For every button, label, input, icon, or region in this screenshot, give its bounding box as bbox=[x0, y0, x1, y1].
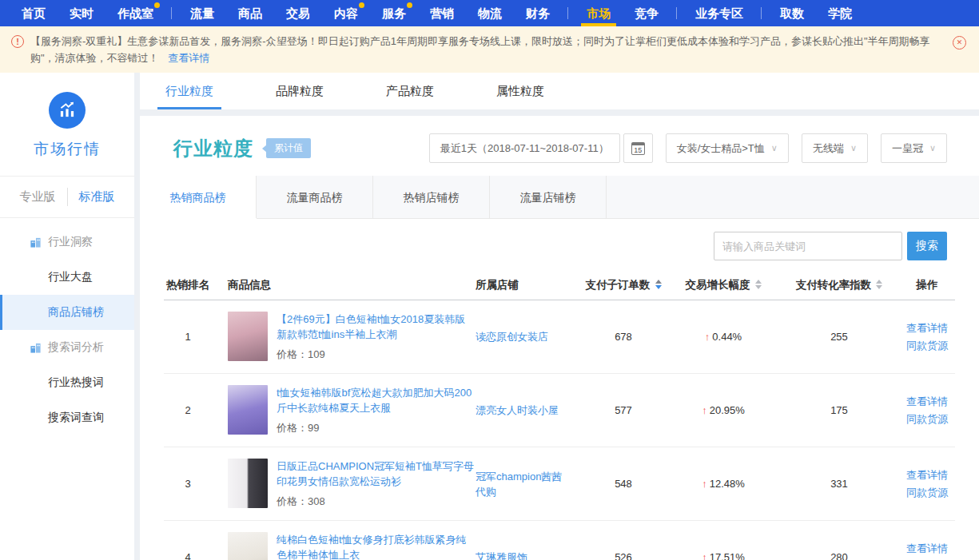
product-image[interactable] bbox=[228, 312, 268, 361]
same-source-link[interactable]: 同款货源 bbox=[899, 411, 955, 428]
version-tab-label: 专业版 bbox=[20, 189, 56, 203]
sidebar-item[interactable]: 搜索词分析 bbox=[0, 330, 134, 365]
topnav-item[interactable]: 流量 bbox=[178, 0, 226, 26]
rank-cell: 1 bbox=[164, 331, 212, 343]
sidebar-item[interactable]: 行业洞察 bbox=[0, 224, 134, 260]
category-dropdown[interactable]: 女装/女士精品>T恤 ∨ bbox=[666, 133, 789, 163]
topnav-item[interactable]: 内容 bbox=[322, 0, 370, 26]
view-detail-link[interactable]: 查看详情 bbox=[899, 393, 955, 411]
version-tab[interactable]: 标准版 bbox=[67, 188, 126, 206]
orders-cell: 548 bbox=[579, 478, 667, 490]
topnav-item[interactable]: 作战室 bbox=[105, 0, 165, 26]
granularity-tab[interactable]: 产品粒度 bbox=[386, 73, 434, 109]
product-cell: 日版正品CHAMPION冠军短袖T恤草写字母印花男女情侣款宽松运动衫 价格：30… bbox=[212, 459, 476, 509]
same-source-link[interactable]: 同款货源 bbox=[899, 558, 955, 560]
view-detail-link[interactable]: 查看详情 bbox=[899, 467, 955, 484]
close-icon[interactable]: ✕ bbox=[953, 36, 966, 50]
notice-detail-link[interactable]: 查看详情 bbox=[168, 52, 209, 64]
column-header-product: 商品信息 bbox=[212, 278, 476, 292]
ranking-subtab[interactable]: 流量商品榜 bbox=[257, 176, 373, 218]
topnav-item[interactable]: 学院 bbox=[816, 0, 864, 26]
product-image[interactable] bbox=[228, 459, 268, 508]
ranking-subtab[interactable]: 热销店铺榜 bbox=[373, 176, 490, 218]
action-cell: 查看详情 同款货源 bbox=[899, 393, 955, 428]
shop-link[interactable]: 艾琳雅服饰 bbox=[476, 550, 579, 560]
topnav-item[interactable]: 竞争 bbox=[623, 0, 671, 26]
topnav-item[interactable]: 交易 bbox=[274, 0, 322, 26]
notice-content: 【服务洞察-双重礼】生意参谋新品首发，服务洞察-众望登场！即日起订购产品1年周期… bbox=[30, 33, 944, 66]
shop-link[interactable]: 冠军champion茜茜代购 bbox=[476, 469, 579, 499]
view-detail-link[interactable]: 查看详情 bbox=[899, 320, 955, 337]
version-tab[interactable]: 专业版 bbox=[9, 188, 67, 206]
topnav-item[interactable]: 业务专区 bbox=[683, 0, 755, 26]
sidebar-item-label: 搜索词查询 bbox=[48, 411, 104, 425]
topnav-item-label: 商品 bbox=[238, 6, 262, 20]
topnav-item-label: 学院 bbox=[828, 6, 852, 20]
table-row: 2 t恤女短袖韩版bf宽松超大款加肥加大码200斤中长款纯棉夏天上衣服 价格：9… bbox=[164, 374, 955, 447]
product-title-link[interactable]: 日版正品CHAMPION冠军短袖T恤草写字母印花男女情侣款宽松运动衫 bbox=[277, 459, 476, 489]
notification-dot-icon bbox=[407, 2, 412, 8]
ranking-subtabs: 热销商品榜 流量商品榜 热销店铺榜 流量店铺榜 bbox=[140, 176, 979, 219]
table-header-row: 热销排名 商品信息 所属店铺 支付子订单数 交易增长幅度 支付转化率指数 操作 bbox=[164, 270, 955, 300]
product-image[interactable] bbox=[228, 385, 268, 435]
product-image[interactable] bbox=[228, 532, 268, 560]
sidebar-item[interactable]: 行业大盘 bbox=[0, 260, 134, 295]
ranking-subtab[interactable]: 热销商品榜 bbox=[140, 176, 257, 218]
granularity-tab[interactable]: 品牌粒度 bbox=[276, 73, 324, 109]
version-tab-label: 标准版 bbox=[79, 189, 115, 203]
shop-link[interactable]: 漂亮女人时装小屋 bbox=[476, 403, 579, 418]
same-source-link[interactable]: 同款货源 bbox=[899, 484, 955, 502]
conversion-cell: 255 bbox=[779, 331, 899, 343]
sidebar-app-title: 市场行情 bbox=[0, 139, 134, 160]
calendar-button[interactable]: 15 bbox=[623, 133, 653, 163]
topnav-item[interactable]: 营销 bbox=[418, 0, 466, 26]
ranking-subtab-label: 流量商品榜 bbox=[287, 191, 343, 204]
topnav-item-label: 交易 bbox=[286, 6, 310, 20]
topnav-item[interactable]: 财务 bbox=[514, 0, 562, 26]
shop-link[interactable]: 读恋原创女装店 bbox=[476, 329, 579, 344]
sidebar-item[interactable]: 搜索词查询 bbox=[0, 400, 134, 435]
sidebar-item[interactable]: 行业热搜词 bbox=[0, 365, 134, 400]
section-building-icon bbox=[30, 236, 42, 248]
topnav-item-label: 首页 bbox=[22, 6, 46, 20]
sidebar-item[interactable]: 商品店铺榜 bbox=[0, 295, 134, 330]
shop-level-dropdown[interactable]: 一皇冠 ∨ bbox=[881, 133, 947, 163]
product-title-link[interactable]: 【2件69元】白色短袖t恤女2018夏装韩版新款韩范t恤ins半袖上衣潮 bbox=[277, 312, 476, 342]
ranking-subtab[interactable]: 流量店铺榜 bbox=[490, 176, 607, 218]
date-range-value: 最近1天（2018-07-11~2018-07-11） bbox=[440, 141, 609, 156]
view-detail-link[interactable]: 查看详情 bbox=[899, 540, 955, 558]
granularity-tab[interactable]: 行业粒度 bbox=[165, 73, 213, 109]
rank-cell: 4 bbox=[164, 551, 212, 560]
ranking-table: 热销排名 商品信息 所属店铺 支付子订单数 交易增长幅度 支付转化率指数 操作 bbox=[140, 270, 979, 560]
sort-icon[interactable] bbox=[876, 280, 882, 289]
sort-icon[interactable] bbox=[655, 280, 662, 289]
product-keyword-input[interactable] bbox=[714, 232, 902, 260]
search-button[interactable]: 搜索 bbox=[907, 232, 947, 260]
granularity-tabs: 行业粒度 品牌粒度 产品粒度 属性粒度 bbox=[140, 73, 979, 109]
section-building-icon bbox=[30, 342, 42, 354]
topnav-item[interactable]: 服务 bbox=[370, 0, 418, 26]
date-range-picker[interactable]: 最近1天（2018-07-11~2018-07-11） bbox=[429, 133, 620, 163]
topnav-item-label: 流量 bbox=[190, 6, 214, 20]
search-row: 搜索 bbox=[140, 219, 979, 270]
table-row: 4 纯棉白色短袖t恤女修身打底衫韩版紧身纯色棉半袖体恤上衣 价格：88 艾琳雅服… bbox=[164, 521, 955, 560]
topnav-item[interactable]: 取数 bbox=[768, 0, 816, 26]
same-source-link[interactable]: 同款货源 bbox=[899, 337, 955, 355]
topnav-item[interactable]: 商品 bbox=[226, 0, 274, 26]
granularity-tab[interactable]: 属性粒度 bbox=[496, 73, 544, 109]
terminal-dropdown[interactable]: 无线端 ∨ bbox=[802, 133, 868, 163]
sidebar-item-label: 商品店铺榜 bbox=[48, 305, 104, 320]
warning-icon: ! bbox=[11, 35, 24, 48]
sort-icon[interactable] bbox=[755, 280, 762, 289]
chevron-down-icon: ∨ bbox=[771, 143, 778, 153]
product-title-link[interactable]: 纯棉白色短袖t恤女修身打底衫韩版紧身纯色棉半袖体恤上衣 bbox=[277, 532, 476, 560]
topnav-item[interactable]: 物流 bbox=[466, 0, 514, 26]
topnav-item[interactable]: 实时 bbox=[58, 0, 105, 26]
notice-text: 【服务洞察-双重礼】生意参谋新品首发，服务洞察-众望登场！即日起订购产品1年周期… bbox=[30, 35, 930, 64]
topnav-item-label: 财务 bbox=[526, 6, 550, 20]
topnav-item[interactable]: 首页 bbox=[10, 0, 58, 26]
topnav-item[interactable]: 市场 bbox=[575, 0, 623, 26]
growth-value: 17.51% bbox=[710, 551, 745, 560]
column-header-orders: 支付子订单数 bbox=[579, 278, 667, 292]
product-title-link[interactable]: t恤女短袖韩版bf宽松超大款加肥加大码200斤中长款纯棉夏天上衣服 bbox=[277, 385, 476, 415]
